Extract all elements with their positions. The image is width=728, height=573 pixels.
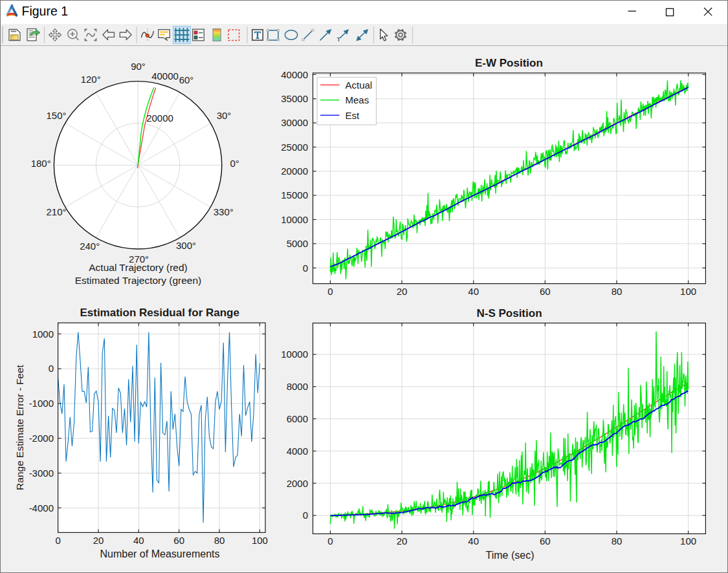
svg-text:Number of Measurements: Number of Measurements: [100, 548, 220, 559]
svg-text:20000: 20000: [146, 113, 173, 124]
svg-text:20: 20: [93, 535, 104, 546]
svg-text:35000: 35000: [281, 93, 308, 104]
svg-text:20: 20: [397, 535, 408, 546]
svg-text:N-S Position: N-S Position: [476, 307, 542, 319]
svg-text:90°: 90°: [131, 61, 146, 72]
svg-text:Estimation Residual for Range: Estimation Residual for Range: [80, 307, 239, 319]
svg-text:210°: 210°: [46, 206, 66, 217]
svg-text:5000: 5000: [287, 238, 308, 249]
svg-text:40000: 40000: [281, 69, 308, 80]
svg-text:60: 60: [540, 535, 551, 546]
svg-text:Actual Trajectory (red): Actual Trajectory (red): [89, 262, 187, 273]
svg-text:0: 0: [303, 263, 308, 274]
svg-text:0: 0: [327, 286, 333, 297]
svg-text:40: 40: [133, 535, 144, 546]
svg-text:240°: 240°: [80, 241, 100, 252]
svg-text:Estimated Trajectory (green): Estimated Trajectory (green): [75, 275, 202, 286]
svg-text:10000: 10000: [281, 349, 308, 360]
svg-text:150°: 150°: [46, 110, 66, 121]
svg-text:E-W Position: E-W Position: [475, 57, 543, 69]
svg-text:80: 80: [612, 286, 623, 297]
svg-text:300°: 300°: [176, 240, 196, 251]
svg-text:60°: 60°: [179, 74, 194, 85]
svg-text:Range Estimate Error - Feet: Range Estimate Error - Feet: [14, 364, 25, 490]
svg-text:100: 100: [680, 286, 696, 297]
svg-text:Est: Est: [346, 110, 360, 121]
svg-text:60: 60: [173, 535, 184, 546]
svg-text:40000: 40000: [151, 70, 179, 81]
svg-text:30°: 30°: [217, 110, 232, 121]
svg-text:180°: 180°: [31, 158, 51, 169]
svg-text:0: 0: [55, 535, 60, 546]
svg-text:Time (sec): Time (sec): [486, 550, 535, 561]
svg-text:60: 60: [540, 286, 551, 297]
svg-text:4000: 4000: [287, 446, 308, 457]
svg-text:Meas: Meas: [346, 94, 370, 105]
svg-text:100: 100: [252, 535, 268, 546]
svg-text:Actual: Actual: [346, 80, 373, 91]
svg-text:-3000: -3000: [29, 468, 54, 479]
svg-text:20000: 20000: [281, 166, 308, 177]
svg-text:8000: 8000: [287, 381, 308, 392]
svg-text:20: 20: [397, 286, 408, 297]
svg-text:330°: 330°: [214, 206, 234, 217]
svg-text:-1000: -1000: [29, 398, 54, 409]
svg-text:0: 0: [303, 510, 308, 521]
svg-text:10000: 10000: [281, 214, 308, 225]
svg-text:30000: 30000: [281, 117, 308, 128]
svg-text:80: 80: [214, 535, 225, 546]
svg-text:100: 100: [680, 535, 696, 546]
svg-text:120°: 120°: [81, 74, 101, 85]
svg-text:6000: 6000: [287, 413, 308, 424]
svg-text:2000: 2000: [287, 478, 308, 489]
svg-text:40: 40: [468, 286, 479, 297]
svg-text:1000: 1000: [32, 329, 54, 340]
svg-text:-2000: -2000: [29, 433, 54, 444]
svg-text:15000: 15000: [281, 189, 308, 200]
svg-text:0°: 0°: [230, 158, 239, 169]
svg-text:25000: 25000: [281, 142, 308, 153]
svg-text:40: 40: [468, 535, 479, 546]
svg-text:0: 0: [327, 535, 333, 546]
svg-text:-4000: -4000: [29, 503, 54, 514]
svg-text:80: 80: [612, 535, 623, 546]
svg-text:0: 0: [49, 363, 54, 374]
